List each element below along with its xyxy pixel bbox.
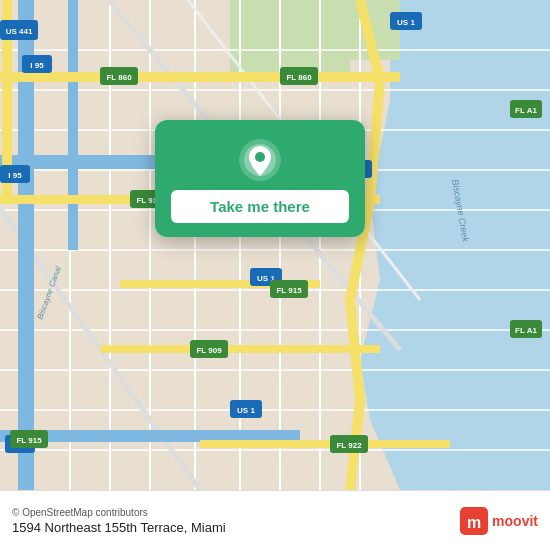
moovit-logo: m moovit	[460, 507, 538, 535]
svg-text:I 95: I 95	[8, 171, 22, 180]
svg-text:FL A1: FL A1	[515, 326, 537, 335]
svg-text:FL 909: FL 909	[196, 346, 222, 355]
bottom-bar: © OpenStreetMap contributors 1594 Northe…	[0, 490, 550, 550]
svg-text:I 95: I 95	[30, 61, 44, 70]
map-card: Take me there	[155, 120, 365, 237]
copyright-text: © OpenStreetMap contributors	[12, 507, 226, 518]
svg-text:m: m	[467, 514, 481, 531]
svg-text:FL A1: FL A1	[515, 106, 537, 115]
location-pin-icon	[238, 138, 282, 182]
map-card-top: Take me there	[155, 120, 365, 237]
svg-text:FL 915: FL 915	[276, 286, 302, 295]
svg-text:US 1: US 1	[237, 406, 255, 415]
svg-text:US 1: US 1	[397, 18, 415, 27]
svg-rect-30	[0, 72, 400, 82]
svg-text:FL 860: FL 860	[286, 73, 312, 82]
svg-text:US 441: US 441	[6, 27, 33, 36]
svg-rect-27	[68, 0, 78, 250]
svg-text:FL 860: FL 860	[106, 73, 132, 82]
address-text: 1594 Northeast 155th Terrace, Miami	[12, 520, 226, 535]
bottom-left: © OpenStreetMap contributors 1594 Northe…	[12, 507, 226, 535]
svg-point-74	[255, 152, 265, 162]
svg-text:FL 922: FL 922	[336, 441, 362, 450]
moovit-icon: m	[460, 507, 488, 535]
svg-rect-33	[100, 345, 380, 353]
moovit-text: moovit	[492, 513, 538, 529]
svg-text:FL 915: FL 915	[16, 436, 42, 445]
svg-rect-34	[200, 440, 450, 448]
take-me-there-button[interactable]: Take me there	[171, 190, 349, 223]
map-container: US 441 I 95 I 95 I 95 US 1 US 1 US 1 US …	[0, 0, 550, 490]
